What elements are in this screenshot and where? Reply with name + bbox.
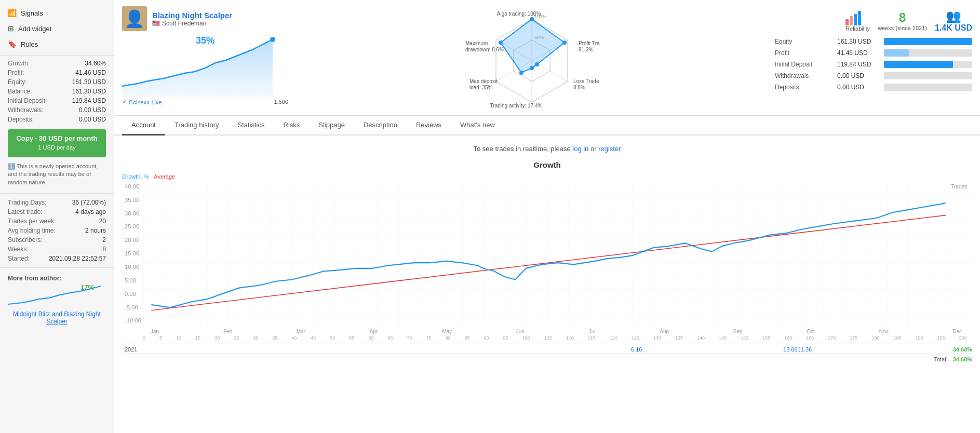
avatar <box>122 6 147 31</box>
weeks-value: 8 <box>878 10 927 25</box>
tab-trading-history[interactable]: Trading history <box>165 116 229 136</box>
register-link[interactable]: register <box>598 145 621 153</box>
stat-bar-row: Equity 161.30 USD <box>775 38 972 45</box>
sidebar-stat-row: Deposits:0.00 USD <box>0 115 114 124</box>
sidebar-stat-row: Withdrawals:0.00 USD <box>0 105 114 115</box>
realtime-notice: To see trades in realtime, please log in… <box>122 145 972 153</box>
subscribers-value: 1.4K USD <box>935 23 972 33</box>
legend-growth: Growth, % <box>122 173 149 180</box>
sep-value: 11.36 <box>798 346 812 353</box>
svg-text:35.00: 35.00 <box>125 197 139 203</box>
svg-text:40.00: 40.00 <box>125 183 139 190</box>
svg-text:load: 35%: load: 35% <box>469 85 493 90</box>
svg-point-12 <box>499 40 503 45</box>
svg-marker-6 <box>501 19 565 73</box>
main-content: Blazing Night Scalper 🇺🇸 Scott Fredeman … <box>114 0 980 433</box>
sidebar: 📶 Signals ⊞ Add widget 🔖 Rules Growth:34… <box>0 0 114 433</box>
ytd-value: 34.60% <box>953 346 972 353</box>
trading-activity-label: Trading activity: 17.4% <box>490 103 542 109</box>
more-from-author-label: More from author: <box>0 272 114 283</box>
svg-text:5.00: 5.00 <box>125 277 136 283</box>
tab-reviews[interactable]: Reviews <box>407 116 451 136</box>
svg-point-7 <box>530 17 534 21</box>
stats-bars-section: Reliability 8 weeks (since 2021) 👥 1.4K … <box>775 6 972 115</box>
chart-title: Growth <box>122 160 972 169</box>
growth-chart-svg: 40.00 35.00 30.00 25.00 20.00 15.00 10.0… <box>122 182 972 327</box>
x-axis-months: JanFebMarAprMay JunJulAugSepOct NovDec <box>122 329 972 334</box>
signals-icon: 📶 <box>8 9 17 17</box>
svg-text:20.00: 20.00 <box>125 237 139 243</box>
svg-text:0.00: 0.00 <box>125 290 136 296</box>
sidebar-stat-row: Profit:41.46 USD <box>0 68 114 77</box>
mini-growth-chart: 35% <box>122 34 288 97</box>
bar-rows: Equity 161.30 USD Profit 41.46 USD Initi… <box>775 38 972 91</box>
tab-risks[interactable]: Risks <box>274 116 310 136</box>
broker-name: ✔ Coinexx-Live <box>122 99 162 105</box>
svg-point-10 <box>530 66 534 70</box>
login-link[interactable]: log in <box>572 145 588 153</box>
sidebar-extra-stats: Trading Days:36 (72.00%)Latest trade:4 d… <box>0 198 114 263</box>
jan-value: 6.16 <box>631 346 642 353</box>
profit-trades-label: Profit Trades: <box>579 40 599 46</box>
year-label: 2021 <box>122 346 137 353</box>
add-widget-icon: ⊞ <box>8 24 14 33</box>
profile-flag: 🇺🇸 <box>152 20 160 27</box>
svg-point-0 <box>270 37 275 42</box>
aug-value: 13.86 <box>783 346 798 353</box>
leverage: 1:500 <box>274 99 288 105</box>
broker-row: ✔ Coinexx-Live 1:500 <box>122 99 288 105</box>
max-drawdown-label: Maximum <box>465 40 488 46</box>
chart-legend: Growth, % Average <box>122 173 972 180</box>
svg-point-8 <box>562 40 567 45</box>
svg-text:8.8%: 8.8% <box>573 85 585 90</box>
signal-link[interactable]: Midnight Blitz and Blazing Night Scalper <box>0 309 114 329</box>
tab-account[interactable]: Account <box>122 116 165 136</box>
svg-text:-5.00: -5.00 <box>125 304 138 310</box>
total-row: Total: 34.60% <box>122 354 972 362</box>
sidebar-extra-stat-row: Started:2021.09.28 22:52:57 <box>0 254 114 263</box>
sidebar-item-rules[interactable]: 🔖 Rules <box>0 36 114 52</box>
sidebar-extra-stat-row: Trades per week:20 <box>0 216 114 226</box>
copy-button[interactable]: Copy · 30 USD per month 1 USD per day <box>8 129 106 157</box>
svg-text:15.00: 15.00 <box>125 250 139 256</box>
tab-statistics[interactable]: Statistics <box>228 116 274 136</box>
profile-chart-section: Blazing Night Scalper 🇺🇸 Scott Fredeman … <box>122 6 288 115</box>
sidebar-nav: 📶 Signals ⊞ Add widget 🔖 Rules <box>0 5 114 52</box>
svg-text:30.00: 30.00 <box>125 210 139 216</box>
year-row: 2021 6.16 13.86 11.36 34.60% <box>122 344 972 353</box>
svg-text:91.2%: 91.2% <box>579 47 593 52</box>
stat-bar-row: Profit 41.46 USD <box>775 49 972 57</box>
svg-text:Trades: Trades <box>951 183 967 190</box>
sidebar-stat-row: Initial Deposit:119.84 USD <box>0 96 114 105</box>
legend-average: Average <box>154 173 175 180</box>
svg-text:10.00: 10.00 <box>125 264 139 270</box>
sidebar-note: ℹ️ This is a newly opened account, and t… <box>0 160 114 189</box>
sidebar-stat-row: Growth:34.60% <box>0 59 114 68</box>
svg-rect-19 <box>122 182 972 327</box>
tab-slippage[interactable]: Slippage <box>309 116 354 136</box>
profile-header: Blazing Night Scalper 🇺🇸 Scott Fredeman <box>122 6 288 31</box>
sidebar-extra-stat-row: Trading Days:36 (72.00%) <box>0 198 114 207</box>
svg-point-11 <box>519 71 523 75</box>
profile-name: Blazing Night Scalper <box>152 11 232 20</box>
sidebar-extra-stat-row: Avg holding time:2 hours <box>0 226 114 235</box>
tab-whats-new[interactable]: What's new <box>451 116 504 136</box>
sidebar-item-signals[interactable]: 📶 Signals <box>0 5 114 21</box>
stat-bar-row: Initial Deposit 119.84 USD <box>775 61 972 68</box>
reliability-label: Reliability <box>845 25 870 32</box>
sidebar-stats: Growth:34.60%Profit:41.46 USDEquity:161.… <box>0 59 114 124</box>
svg-text:-10.00: -10.00 <box>125 317 141 323</box>
sidebar-extra-stat-row: Weeks:8 <box>0 245 114 254</box>
loss-trades-label: Loss Trades: <box>573 78 599 84</box>
weeks-label: weeks (since 2021) <box>878 25 927 31</box>
sidebar-item-add-widget[interactable]: ⊞ Add widget <box>0 21 114 36</box>
tabs: AccountTrading historyStatisticsRisksSli… <box>114 116 980 136</box>
max-deposit-label: Max deposit <box>469 78 498 84</box>
sidebar-extra-stat-row: Subscribers:2 <box>0 235 114 245</box>
svg-text:50%: 50% <box>534 35 544 40</box>
tab-description[interactable]: Description <box>354 116 407 136</box>
algo-trading-label: Algo trading: 100% <box>496 11 541 17</box>
svg-text:25.00: 25.00 <box>125 223 139 229</box>
content-area: To see trades in realtime, please log in… <box>114 136 980 433</box>
sidebar-stat-row: Balance:161.30 USD <box>0 87 114 96</box>
